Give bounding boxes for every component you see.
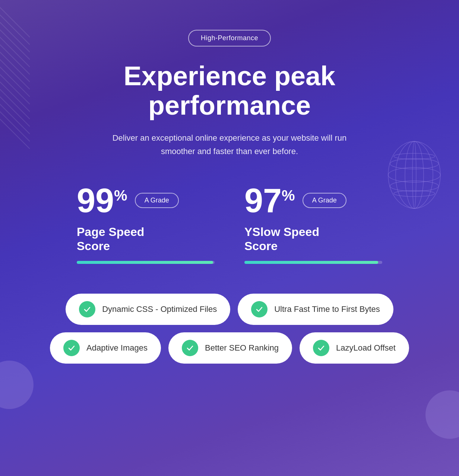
feature-pill-ultra-fast: Ultra Fast Time to First Bytes [238, 294, 393, 325]
yslow-speed-header: 97% A Grade [244, 184, 382, 217]
feature-pill-adaptive-images: Adaptive Images [50, 332, 161, 364]
feature-label-adaptive-images: Adaptive Images [86, 343, 148, 353]
circle-decoration-right [425, 390, 459, 439]
page-speed-progress-bar [77, 261, 215, 264]
yslow-speed-label: YSlow Speed Score [244, 225, 382, 253]
features-row-1: Dynamic CSS - Optimized Files Ultra Fast… [37, 294, 422, 325]
high-performance-badge: High-Performance [188, 30, 271, 47]
yslow-speed-grade: A Grade [303, 193, 346, 208]
page-speed-progress-fill [77, 261, 213, 264]
check-icon-dynamic-css [79, 301, 95, 317]
page-speed-value: 99% [77, 184, 127, 217]
page-background: High-Performance Experience peak perform… [0, 0, 459, 476]
yslow-speed-value: 97% [244, 184, 295, 217]
feature-pill-lazyload: LazyLoad Offset [300, 332, 409, 364]
feature-label-lazyload: LazyLoad Offset [336, 343, 396, 353]
check-icon-lazyload [313, 340, 329, 356]
yslow-speed-score: 97% A Grade YSlow Speed Score [244, 184, 382, 264]
feature-label-better-seo: Better SEO Ranking [205, 343, 279, 353]
features-section: Dynamic CSS - Optimized Files Ultra Fast… [30, 294, 429, 364]
check-icon-ultra-fast [251, 301, 268, 317]
page-speed-grade: A Grade [135, 193, 179, 208]
feature-pill-better-seo: Better SEO Ranking [168, 332, 292, 364]
feature-pill-dynamic-css: Dynamic CSS - Optimized Files [66, 294, 230, 325]
check-icon-better-seo [182, 340, 198, 356]
feature-label-dynamic-css: Dynamic CSS - Optimized Files [102, 304, 217, 314]
yslow-speed-progress-fill [244, 261, 378, 264]
yslow-speed-progress-bar [244, 261, 382, 264]
page-speed-score: 99% A Grade Page Speed Score [77, 184, 215, 264]
scores-section: 99% A Grade Page Speed Score 97% A [62, 184, 397, 264]
feature-label-ultra-fast: Ultra Fast Time to First Bytes [274, 304, 380, 314]
page-speed-label: Page Speed Score [77, 225, 215, 253]
features-row-2: Adaptive Images Better SEO Ranking [37, 332, 422, 364]
check-icon-adaptive-images [63, 340, 80, 356]
main-title: Experience peak performance [43, 61, 416, 120]
page-speed-header: 99% A Grade [77, 184, 215, 217]
subtitle: Deliver an exceptional online experience… [99, 131, 360, 157]
